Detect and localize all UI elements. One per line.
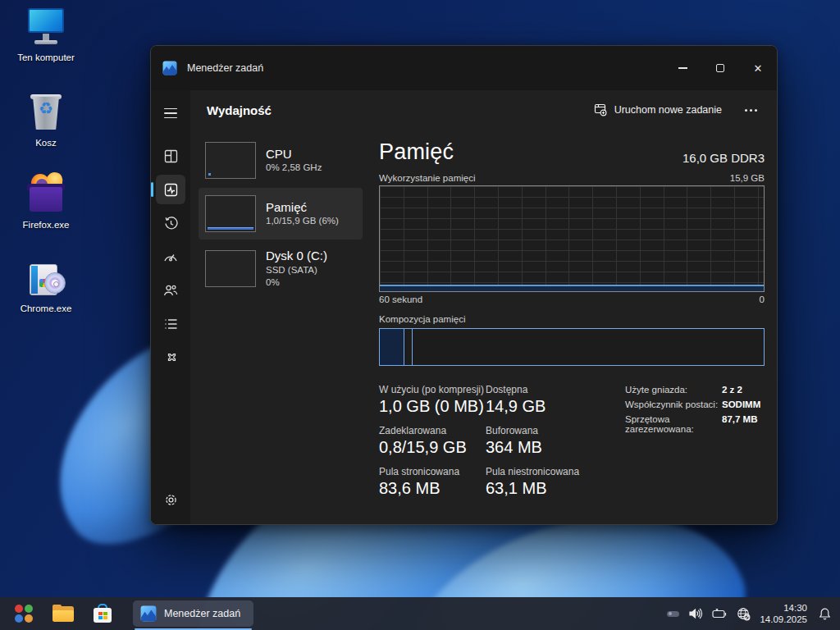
close-button[interactable]: ✕ [739,46,777,90]
minimize-icon [678,67,687,68]
memory-usage-chart-max: 15,9 GB [730,173,765,183]
maximize-button[interactable] [701,46,739,90]
microsoft-store-button[interactable] [89,600,116,628]
startup-apps-icon [163,251,178,263]
chart-time-span-label: 60 sekund [379,294,422,304]
memory-hardware-details: Użyte gniazda: 2 z 2 Współczynnik postac… [625,384,765,507]
battery-icon [712,608,728,619]
start-icon [15,605,33,623]
microsoft-store-icon [93,604,112,623]
settings-button[interactable] [156,485,185,514]
page-header: Wydajność Uruchom nowe zadanie [190,90,777,130]
network-button[interactable] [737,607,751,621]
memory-usage-chart [379,185,765,292]
battery-button[interactable] [712,608,728,619]
perf-item-name: Dysk 0 (C:) [266,249,327,264]
taskbar: Menedżer zadań [0,597,840,630]
volume-button[interactable] [688,607,703,620]
perf-item-detail2: 0% [266,276,327,289]
stat-committed: Zadeklarowana 0,8/15,9 GB [379,425,486,457]
run-new-task-icon [594,103,607,116]
window-titlebar[interactable]: Menedżer zadań ✕ [151,46,777,90]
task-manager-app-icon [162,61,177,75]
desktop-icon-label: Firefox.exe [7,220,85,230]
task-manager-sidebar [151,90,190,524]
taskbar-task-label: Menedżer zadań [164,608,240,619]
detail-form-factor: Współczynnik postaci: SODIMM [625,399,765,409]
recycle-bin-icon: ♻ [23,92,69,135]
notification-center-button[interactable] [818,607,832,621]
sidebar-item-services[interactable] [156,343,185,372]
memory-mini-graph [205,195,256,232]
perf-item-detail: 1,0/15,9 GB (6%) [266,215,339,227]
users-icon [163,284,178,297]
details-icon [164,318,178,330]
minimize-button[interactable] [664,46,701,90]
stat-in-use: W użyciu (po kompresji) 1,0 GB (0 MB) [379,384,486,416]
taskbar-clock[interactable]: 14:30 14.09.2025 [760,602,807,626]
bell-icon [818,607,832,621]
desktop-icon-chrome-installer[interactable]: Chrome.exe [7,258,85,313]
this-pc-icon [23,7,69,49]
desktop-icon-label: Chrome.exe [7,304,85,313]
navigation-menu-button[interactable] [156,98,185,128]
close-icon: ✕ [754,63,763,74]
memory-total-capacity: 16,0 GB DDR3 [682,151,765,165]
perf-item-memory[interactable]: Pamięć 1,0/15,9 GB (6%) [199,188,363,240]
start-button[interactable] [10,600,38,628]
file-explorer-button[interactable] [49,600,77,628]
maximize-icon [716,64,724,72]
memory-detail-panel: Pamięć 16,0 GB DDR3 Wykorzystanie pamięc… [363,130,777,524]
more-options-icon [745,109,747,112]
sidebar-item-processes[interactable] [156,141,185,171]
desktop-icon-recycle-bin[interactable]: ♻ Kosz [7,92,85,148]
sidebar-item-users[interactable] [156,276,185,305]
stat-paged-pool: Pula stronicowana 83,6 MB [379,466,486,498]
clock-date: 14.09.2025 [760,614,807,625]
desktop-icon-label: Kosz [7,138,85,148]
task-manager-window: Menedżer zadań ✕ [150,45,778,525]
memory-usage-chart-label: Wykorzystanie pamięci [379,173,476,183]
perf-item-name: Pamięć [266,200,339,216]
memory-stats: W użyciu (po kompresji) 1,0 GB (0 MB) Do… [379,384,625,507]
memory-composition-bar [379,328,765,366]
processes-icon [164,149,178,163]
sidebar-item-performance[interactable] [156,175,185,204]
run-new-task-label: Uruchom nowe zadanie [614,104,722,116]
speaker-icon [688,607,703,620]
hidden-icons-button[interactable] [667,611,679,617]
settings-icon [164,493,178,507]
performance-metric-list: CPU 0% 2,58 GHz Pamięć 1,0/15,9 GB (6%) [190,130,363,524]
sidebar-item-app-history[interactable] [156,208,185,238]
performance-icon [164,183,178,197]
desktop-icon-label: Ten komputer [7,52,85,62]
app-history-icon [164,217,178,231]
perf-item-cpu[interactable]: CPU 0% 2,58 GHz [199,135,363,186]
clock-time: 14:30 [760,602,807,614]
file-explorer-icon [52,605,74,623]
detail-slots-used: Użyte gniazda: 2 z 2 [625,385,765,395]
desktop-wallpaper: Ten komputer ♻ Kosz Firefox.exe Chrome.e… [0,0,840,630]
firefox-installer-icon [23,174,69,217]
task-manager-app-icon [140,605,157,622]
memory-title: Pamięć [379,139,454,165]
desktop-icon-this-pc[interactable]: Ten komputer [7,7,85,62]
cpu-mini-graph [205,142,256,179]
perf-item-disk[interactable]: Dysk 0 (C:) SSD (SATA) 0% [199,241,363,296]
sidebar-item-startup-apps[interactable] [156,242,185,272]
memory-usage-area [380,285,764,291]
sidebar-item-details[interactable] [156,309,185,339]
chart-time-zero-label: 0 [760,294,765,304]
perf-item-name: CPU [266,147,322,162]
memory-composition-label: Kompozycja pamięci [379,314,765,324]
taskbar-task-manager-button[interactable]: Menedżer zadań [133,600,253,627]
perf-item-detail: SSD (SATA) [266,264,327,276]
globe-no-internet-icon [737,607,751,621]
more-options-button[interactable] [737,101,765,120]
desktop-icon-firefox-installer[interactable]: Firefox.exe [7,174,85,230]
hamburger-icon [164,108,177,119]
run-new-task-button[interactable]: Uruchom nowe zadanie [584,98,732,122]
disk-mini-graph [205,250,256,287]
detail-hardware-reserved: Sprzętowa zarezerwowana: 87,7 MB [625,414,765,434]
composition-in-use-segment [380,329,404,365]
